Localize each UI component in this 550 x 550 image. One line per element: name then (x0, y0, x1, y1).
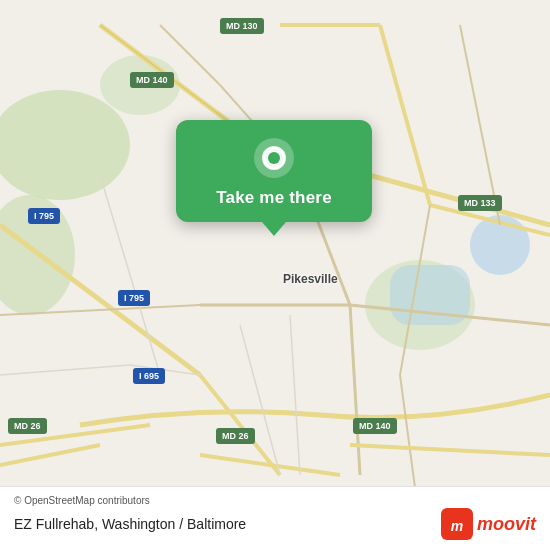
svg-point-0 (0, 90, 130, 200)
road-badge-md140-bottom: MD 140 (353, 418, 397, 434)
bottom-bar: © OpenStreetMap contributors EZ Fullreha… (0, 486, 550, 550)
map-roads (0, 0, 550, 550)
map-container: MD 130 MD 140 MD 133 I 795 I 795 I 695 M… (0, 0, 550, 550)
road-badge-md26-left: MD 26 (8, 418, 47, 434)
popup-card: Take me there (176, 120, 372, 222)
svg-line-17 (350, 305, 360, 475)
moovit-logo: m moovit (441, 508, 536, 540)
road-badge-i695: I 695 (133, 368, 165, 384)
place-label-pikesville: Pikesville (283, 272, 338, 286)
moovit-text: moovit (477, 514, 536, 535)
road-badge-i795-left: I 795 (28, 208, 60, 224)
road-badge-md26-bottom: MD 26 (216, 428, 255, 444)
moovit-icon: m (441, 508, 473, 540)
svg-line-30 (290, 315, 300, 475)
road-badge-md130: MD 130 (220, 18, 264, 34)
take-me-there-button[interactable]: Take me there (216, 188, 332, 208)
road-badge-i795-bottom: I 795 (118, 290, 150, 306)
svg-line-31 (100, 175, 160, 375)
svg-line-27 (200, 455, 340, 475)
location-pin-icon (252, 136, 296, 180)
svg-text:m: m (451, 518, 463, 534)
copyright-text: © OpenStreetMap contributors (14, 495, 536, 506)
app-name-label: EZ Fullrehab, Washington / Baltimore (14, 516, 246, 532)
svg-line-26 (0, 445, 100, 465)
svg-line-28 (350, 445, 550, 455)
svg-point-35 (268, 152, 280, 164)
road-badge-md133: MD 133 (458, 195, 502, 211)
road-badge-md140-top: MD 140 (130, 72, 174, 88)
svg-line-21 (0, 365, 130, 375)
